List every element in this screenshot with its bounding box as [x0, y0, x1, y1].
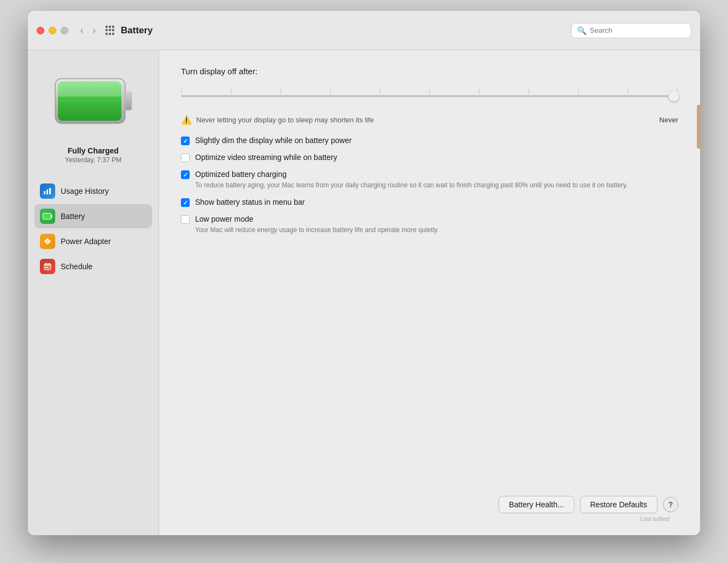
sidebar-item-usage-history[interactable]: Usage History [34, 179, 152, 203]
checkbox-wrap-streaming[interactable] [181, 153, 190, 162]
back-button[interactable]: ‹ [77, 23, 87, 37]
right-accent [697, 105, 700, 149]
svg-rect-14 [44, 264, 51, 266]
content-area: Fully Charged Yesterday, 7:37 PM Usage H… [28, 50, 700, 535]
never-label: Never [659, 116, 678, 124]
battery-illustration [52, 72, 134, 132]
checkbox-charging[interactable] [181, 170, 190, 179]
svg-rect-7 [49, 188, 51, 194]
svg-rect-16 [49, 263, 50, 265]
battery-status: Fully Charged Yesterday, 7:37 PM [65, 146, 121, 164]
svg-rect-6 [46, 189, 48, 194]
sidebar: Fully Charged Yesterday, 7:37 PM Usage H… [28, 50, 159, 535]
svg-rect-2 [58, 81, 121, 97]
checkbox-label-dim: Slightly dim the display while on batter… [195, 136, 351, 145]
checkbox-content-menubar: Show battery status in menu bar [195, 198, 305, 206]
search-bar[interactable]: 🔍 [571, 23, 691, 38]
window-title: Battery [121, 25, 571, 36]
main-panel: Turn display off after: | | | | | | | | [159, 50, 700, 535]
sidebar-item-label-usage-history: Usage History [61, 187, 109, 195]
battery-icon [40, 209, 55, 224]
svg-rect-10 [44, 214, 50, 219]
checkbox-row-charging: Optimized battery charging To reduce bat… [181, 170, 678, 190]
grid-icon[interactable] [105, 26, 115, 35]
checkbox-dim[interactable] [181, 137, 190, 145]
grid-dot [109, 33, 111, 35]
grid-dot [109, 26, 111, 28]
checkbox-row-dim: Slightly dim the display while on batter… [181, 136, 678, 145]
svg-rect-9 [51, 215, 52, 218]
sidebar-item-label-schedule: Schedule [61, 262, 92, 271]
grid-dot [112, 29, 114, 31]
warning-text: Never letting your display go to sleep m… [196, 116, 654, 124]
nav-buttons: ‹ › [77, 23, 99, 37]
bottom-bar: Battery Health... Restore Defaults ? [181, 483, 678, 513]
battery-icon-wrap [50, 67, 137, 138]
sidebar-item-label-power-adapter: Power Adapter [61, 237, 111, 246]
grid-dot [105, 29, 108, 31]
slider-section: Turn display off after: | | | | | | | | [181, 67, 678, 106]
checkbox-desc-charging: To reduce battery aging, your Mac learns… [195, 180, 628, 190]
last-edited-footer: Last edited [181, 513, 678, 524]
search-icon: 🔍 [577, 26, 586, 35]
svg-rect-18 [47, 267, 48, 268]
grid-dot [105, 33, 108, 35]
checkbox-wrap-menubar[interactable] [181, 198, 190, 207]
checkbox-wrap-lowpower[interactable] [181, 215, 190, 224]
sidebar-item-power-adapter[interactable]: ⚡ Power Adapter [34, 229, 152, 253]
checkbox-lowpower[interactable] [181, 215, 190, 224]
checkbox-content-lowpower: Low power mode Your Mac will reduce ener… [195, 215, 439, 235]
grid-dot [112, 26, 114, 28]
slider-thumb[interactable] [668, 91, 679, 102]
checkbox-label-streaming: Optimize video streaming while on batter… [195, 153, 337, 162]
svg-rect-15 [45, 263, 46, 265]
svg-rect-17 [45, 267, 46, 268]
power-adapter-icon: ⚡ [40, 234, 55, 249]
titlebar: ‹ › Battery 🔍 [28, 11, 700, 50]
grid-dot [112, 33, 114, 35]
checkbox-content-streaming: Optimize video streaming while on batter… [195, 153, 337, 162]
svg-rect-3 [125, 92, 132, 110]
search-input[interactable] [590, 26, 685, 34]
forward-button[interactable]: › [89, 23, 99, 37]
close-button[interactable] [37, 27, 44, 34]
checkbox-content-charging: Optimized battery charging To reduce bat… [195, 170, 628, 190]
checkbox-label-lowpower: Low power mode [195, 215, 439, 223]
window-controls [37, 27, 68, 34]
battery-health-button[interactable]: Battery Health... [498, 496, 574, 513]
battery-status-title: Fully Charged [65, 146, 121, 155]
svg-rect-5 [44, 191, 45, 194]
checkbox-label-charging: Optimized battery charging [195, 170, 628, 179]
restore-defaults-button[interactable]: Restore Defaults [580, 496, 657, 513]
checkbox-desc-lowpower: Your Mac will reduce energy usage to inc… [195, 225, 439, 235]
checkbox-row-lowpower: Low power mode Your Mac will reduce ener… [181, 215, 678, 235]
help-button[interactable]: ? [663, 497, 678, 512]
checkbox-label-menubar: Show battery status in menu bar [195, 198, 305, 206]
sidebar-nav: Usage History Battery ⚡ Power Adapter [28, 179, 158, 280]
checkbox-row-streaming: Optimize video streaming while on batter… [181, 153, 678, 162]
schedule-icon [40, 259, 55, 274]
checkbox-row-menubar: Show battery status in menu bar [181, 198, 678, 207]
checkbox-content-dim: Slightly dim the display while on batter… [195, 136, 351, 145]
grid-dot [105, 26, 108, 28]
checkbox-wrap-dim[interactable] [181, 137, 190, 145]
checkbox-streaming[interactable] [181, 153, 190, 162]
settings-window: ‹ › Battery 🔍 [28, 11, 700, 535]
sidebar-item-schedule[interactable]: Schedule [34, 254, 152, 278]
checkboxes-section: Slightly dim the display while on batter… [181, 136, 678, 242]
usage-history-icon [40, 183, 55, 199]
maximize-button[interactable] [61, 27, 68, 34]
checkbox-menubar[interactable] [181, 198, 190, 207]
slider-label: Turn display off after: [181, 67, 678, 76]
sidebar-item-battery[interactable]: Battery [34, 204, 152, 228]
warning-box: ⚠️ Never letting your display go to slee… [181, 115, 678, 125]
warning-icon: ⚠️ [181, 115, 192, 125]
battery-status-time: Yesterday, 7:37 PM [65, 156, 121, 164]
sidebar-item-label-battery: Battery [61, 212, 85, 221]
minimize-button[interactable] [49, 27, 56, 34]
svg-text:⚡: ⚡ [45, 239, 50, 244]
checkbox-wrap-charging[interactable] [181, 170, 190, 179]
grid-dot [109, 29, 111, 31]
